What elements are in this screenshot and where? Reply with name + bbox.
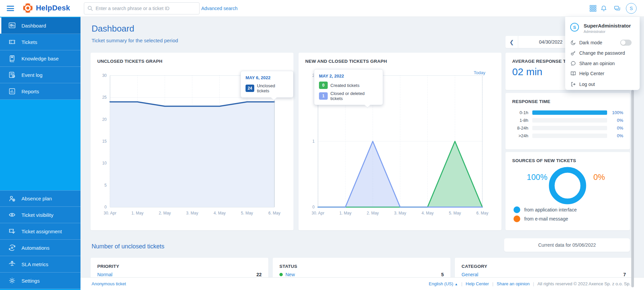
response-time-row: >24h 0% [512,132,623,140]
hamburger-menu-icon[interactable] [7,6,14,11]
event-log-icon [8,71,16,79]
share-opinion-link[interactable]: Share an opinion [497,281,530,286]
menu-item-change-password[interactable]: Change the password [565,48,640,58]
anonymous-ticket-link[interactable]: Anonymous ticket [92,281,126,286]
sidebar-item-reports[interactable]: Reports [0,83,80,100]
divider: | [492,282,493,286]
bucket-label: 1-8h [512,118,528,123]
svg-text:6. May: 6. May [268,211,280,215]
sidebar-item-label: Tickets [21,39,37,45]
menu-item-dark-mode[interactable]: Dark mode [565,38,640,48]
ticket-icon [8,38,16,46]
sources-of-new-tickets-card: SOURCES OF NEW TICKETS 100% 0% from appl… [505,152,630,230]
help-book-icon [571,71,576,76]
chevron-left-icon[interactable]: ❮ [505,36,518,48]
legend-label: from e-mail message [524,216,568,222]
sidebar-item-label: Absence plan [21,196,52,201]
date-range-start: 04/30/2022 [539,39,562,45]
sidebar-item-ticket-visibility[interactable]: Ticket visibility [0,207,80,223]
comment-icon [571,61,576,66]
menu-item-label: Dark mode [579,40,602,45]
svg-text:4. May: 4. May [422,211,434,215]
tooltip-series-label: Created tickets [330,83,360,88]
svg-text:30. Apr: 30. Apr [104,211,116,215]
bucket-percent: 0% [607,133,623,138]
dashboard-icon [8,21,16,30]
svg-text:5. May: 5. May [241,211,253,215]
search-icon [88,6,93,11]
bar-track [532,134,607,138]
svg-text:5: 5 [104,183,107,188]
sidebar-item-ticket-assignment[interactable]: Ticket assignment [0,223,80,240]
advanced-search-link[interactable]: Advanced search [201,0,237,17]
status-link[interactable]: New [279,272,295,277]
chart-tooltip: MAY 2, 2022 0 Created tickets 1 Closed o… [314,69,383,105]
user-name: SuperAdministrator [584,23,631,29]
legend-item: from e-mail message [514,215,568,222]
svg-text:2. May: 2. May [367,211,379,215]
sidebar-item-sla-metrics[interactable]: SLA metrics [0,256,80,273]
sidebar-item-event-log[interactable]: Event log [0,67,80,83]
legend-label: from application interface [524,207,577,212]
menu-item-label: Log out [579,82,595,87]
settings-gear-icon [8,277,16,285]
messages-chat-icon[interactable] [612,4,622,13]
search-input[interactable] [96,6,196,11]
apps-grid-icon[interactable] [588,4,598,13]
status-label: New [285,272,295,277]
bucket-percent: 0% [607,126,623,131]
language-selector[interactable]: English (US)▲ [429,281,458,286]
category-link[interactable]: General [462,272,478,277]
response-time-card: RESPONSE TIME 0-1h 100% 1-8h 0% 8-24h 0% [505,93,630,149]
sidebar-item-label: Dashboard [21,23,46,29]
menu-item-log-out[interactable]: Log out [565,79,640,89]
sidebar-item-label: Ticket visibility [21,212,53,218]
user-avatar[interactable]: S [626,3,637,14]
bucket-label: >24h [512,133,528,138]
bucket-label: 0-1h [512,110,528,115]
user-role: Administrator [584,30,631,34]
divider: | [461,282,462,286]
tooltip-series-label: Closed or deleted tickets [330,91,378,101]
sidebar-item-automations[interactable]: Automations [0,240,80,256]
svg-text:5. May: 5. May [449,211,461,215]
panel-title: PRIORITY [97,264,119,269]
top-bar: HelpDesk Advanced search [0,0,644,17]
global-search[interactable] [84,2,200,14]
help-center-link[interactable]: Help Center [466,281,489,286]
menu-item-share-opinion[interactable]: Share an opinion [565,58,640,68]
menu-item-help-center[interactable]: Help Center [565,68,640,79]
book-icon [8,54,16,62]
sidebar-item-label: SLA metrics [21,261,48,267]
svg-text:3. May: 3. May [186,211,198,215]
footer-bar: Anonymous ticket English (US)▲ | Help Ce… [80,277,644,290]
sidebar-item-absence-plan[interactable]: Absence plan [0,190,80,207]
bucket-label: 8-24h [512,126,528,131]
copyright-text: All rights reserved © 2022 Axence Sp. z … [537,281,634,286]
new-closed-tickets-chart-card: NEW AND CLOSED TICKETS GRAPH Today 01230… [299,53,501,230]
vertical-scrollbar-thumb[interactable] [631,90,634,287]
svg-text:10: 10 [102,161,107,165]
brand-logo[interactable]: HelpDesk [23,3,70,13]
divider: | [533,282,534,286]
key-icon [571,50,576,56]
svg-text:1. May: 1. May [339,211,352,215]
ticket-visibility-icon [8,211,16,219]
user-menu-header: S SuperAdministrator Administrator [570,23,631,34]
priority-link[interactable]: Normal [97,272,112,277]
sidebar-item-knowledge-base[interactable]: Knowledge base [0,50,80,67]
menu-item-label: Help Center [579,71,604,76]
panel-title: RESPONSE TIME [512,99,550,104]
unclosed-tickets-chart-card: UNCLOSED TICKETS GRAPH 05101520253030. A… [91,53,293,230]
user-menu-dropdown: S SuperAdministrator Administrator Dark … [565,17,640,90]
sidebar-item-tickets[interactable]: Tickets [0,34,80,50]
sidebar-item-dashboard[interactable]: Dashboard [0,17,80,34]
svg-text:1: 1 [312,139,315,144]
main-content: Dashboard Ticket summary for the selecte… [80,17,644,290]
tooltip-date: MAY 6, 2022 [246,75,288,80]
dark-mode-toggle[interactable] [620,40,632,46]
sidebar-item-label: Event log [21,72,43,78]
notifications-bell-icon[interactable] [599,4,608,13]
status-dot [279,273,283,276]
sidebar-item-settings[interactable]: Settings [0,273,80,289]
